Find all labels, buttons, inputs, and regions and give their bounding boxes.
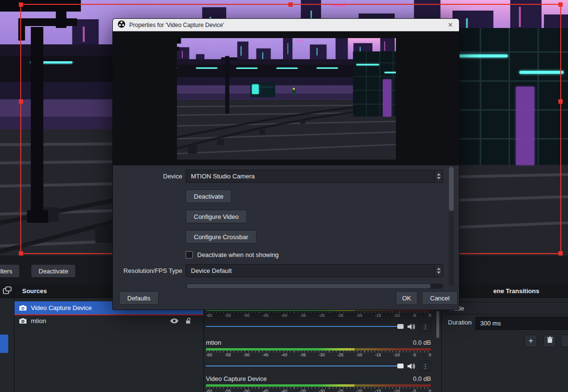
deactivate-when-not-showing-checkbox[interactable] (186, 251, 193, 258)
device-select[interactable]: MTION Studio Camera (186, 170, 443, 183)
selection-handle-top-right[interactable] (558, 2, 563, 7)
volume-meter (206, 384, 431, 387)
transitions-title: ene Transitions (493, 287, 539, 295)
volume-slider[interactable] (206, 322, 404, 331)
combo-spinner-icon[interactable] (434, 265, 443, 277)
deactivate-button[interactable]: Deactivate (186, 189, 231, 203)
mixer-channel-2: mtion 0.0 dB -60-55-50-45-40-35-30-25-20… (206, 338, 431, 371)
obs-logo-icon (118, 20, 125, 30)
dialog-title: Properties for 'Video Capture Device' (129, 22, 443, 28)
tick-label: -55 (225, 389, 231, 392)
resolution-fps-type-label: Resolution/FPS Type (113, 267, 182, 274)
selection-handle-middle-right[interactable] (558, 99, 563, 104)
volume-slider-thumb[interactable] (397, 324, 404, 329)
tick-label: -40 (281, 313, 287, 318)
tick-label: -10 (393, 389, 400, 392)
mixer-channel-3: Video Capture Device 0.0 dB -60-55-50-45… (206, 375, 431, 392)
tick-label: -20 (356, 313, 362, 318)
tick-label: -55 (225, 352, 231, 358)
tick-label: -45 (262, 313, 269, 318)
resolution-fps-type-value: Device Default (186, 267, 434, 274)
camera-icon (19, 305, 27, 311)
tick-label: -55 (225, 313, 231, 318)
channel-volume-label: 0.0 dB (413, 375, 431, 382)
meter-scale: -60-55-50-45-40-35-30-25-20-15-10-50 (206, 352, 431, 358)
selection-handle-bottom-left[interactable] (19, 251, 23, 256)
horizontal-scrollbar-thumb[interactable] (187, 284, 431, 288)
meter-scale: -60-55-50-45-40-35-30-25-20-15-10-50 (206, 389, 431, 392)
transition-select[interactable]: Fade (445, 302, 568, 314)
dialog-titlebar[interactable]: Properties for 'Video Capture Device' × (113, 19, 459, 31)
resolution-fps-type-select[interactable]: Device Default (186, 264, 443, 277)
channel-name: Video Capture Device (206, 375, 267, 382)
tick-label: 0 (429, 389, 431, 392)
combo-spinner-icon[interactable] (434, 170, 443, 182)
visibility-eye-icon[interactable] (170, 318, 178, 324)
channel-menu-button[interactable]: ⋮ (419, 361, 431, 371)
device-value: MTION Studio Camera (186, 173, 434, 180)
remove-transition-button[interactable] (543, 335, 556, 347)
trash-icon (547, 337, 553, 345)
source-label: mtion (31, 317, 46, 324)
tick-label: -35 (300, 352, 306, 358)
configure-crossbar-button[interactable]: Configure Crossbar (186, 230, 257, 243)
tick-label: -5 (412, 352, 416, 358)
volume-slider-thumb[interactable] (397, 364, 404, 368)
tick-label: -20 (356, 389, 362, 392)
deactivate-toolbar-button[interactable]: Deactivate (31, 264, 76, 278)
vertical-scrollbar-thumb[interactable] (449, 167, 454, 211)
dock-icon (3, 286, 12, 296)
tick-label: -30 (318, 352, 325, 358)
tick-label: -5 (412, 389, 416, 392)
tick-label: 0 (429, 352, 431, 358)
meter-scale: -60-55-50-45-40-35-30-25-20-15-10-50 (206, 313, 431, 318)
selection-handle-top-left[interactable] (19, 2, 23, 7)
tick-label: -20 (356, 352, 362, 358)
tick-label: -10 (393, 352, 400, 358)
tick-label: -40 (281, 352, 287, 358)
selection-handle-middle-left[interactable] (19, 99, 23, 104)
tick-label: -5 (412, 313, 416, 318)
sources-title: Sources (14, 287, 47, 295)
properties-dialog: Properties for 'Video Capture Device' × … (112, 18, 460, 310)
cancel-button[interactable]: Cancel (422, 291, 458, 305)
selection-handle-top-middle[interactable] (288, 2, 293, 7)
tick-label: -50 (243, 313, 250, 318)
transition-extra-button[interactable] (561, 335, 568, 347)
tick-label: -15 (375, 389, 381, 392)
tick-label: -35 (300, 389, 306, 392)
speaker-icon[interactable] (407, 363, 416, 369)
defaults-button[interactable]: Defaults (119, 291, 159, 305)
tick-label: -30 (318, 313, 325, 318)
scenes-dock-header (0, 284, 14, 298)
selection-handle-bottom-right[interactable] (558, 251, 563, 256)
tick-label: -25 (337, 313, 343, 318)
selected-scene-item[interactable] (0, 335, 8, 353)
tick-label: -60 (206, 352, 212, 358)
device-label: Device (113, 173, 182, 180)
source-row-mtion[interactable]: mtion (14, 314, 203, 327)
horizontal-scrollbar[interactable] (186, 284, 443, 289)
close-icon[interactable]: × (446, 21, 454, 29)
channel-menu-button[interactable]: ⋮ (419, 321, 431, 332)
tick-label: -45 (262, 352, 269, 358)
tick-label: -50 (243, 389, 250, 392)
add-transition-button[interactable]: + (525, 335, 537, 347)
tick-label: -15 (375, 313, 381, 318)
tick-label: -10 (393, 313, 400, 318)
volume-slider[interactable] (206, 361, 404, 371)
filters-button[interactable]: Filters (0, 264, 20, 278)
mixer-scrollbar[interactable] (436, 311, 439, 338)
tick-label: -50 (243, 352, 250, 358)
camera-preview (113, 31, 459, 165)
unlock-icon[interactable] (186, 318, 192, 324)
vertical-scrollbar[interactable] (449, 167, 454, 286)
tick-label: -15 (375, 352, 381, 358)
ok-button[interactable]: OK (396, 291, 418, 305)
speaker-icon[interactable] (407, 324, 416, 330)
tick-label: -35 (300, 313, 306, 318)
configure-video-button[interactable]: Configure Video (186, 210, 247, 223)
duration-input[interactable]: 300 ms (475, 317, 568, 330)
channel-name: mtion (206, 339, 221, 346)
tick-label: -25 (337, 352, 343, 358)
